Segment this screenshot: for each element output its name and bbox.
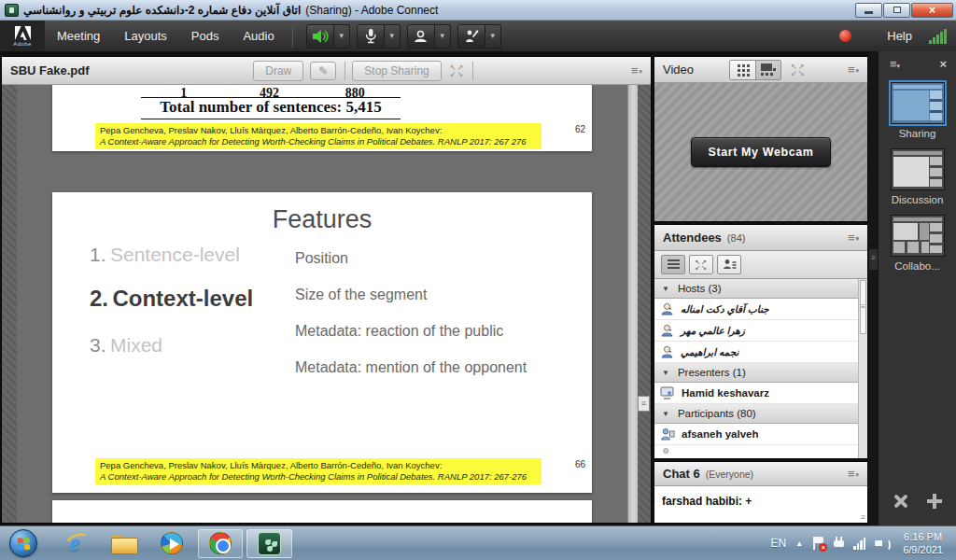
attendee-row-host[interactable]: جناب آقاي دكت امناله: [654, 299, 867, 320]
feature-detail-2: Size of the segment: [295, 287, 427, 303]
presenters-section-header[interactable]: ▼Presenters (1): [654, 363, 867, 383]
action-center-flag-icon[interactable]: ×: [812, 537, 824, 551]
layout-option-collaboration[interactable]: Collabo...: [879, 215, 956, 272]
volume-icon[interactable]: [875, 537, 888, 550]
internet-explorer-button[interactable]: e: [56, 529, 93, 557]
microphone-dropdown[interactable]: ▼: [385, 24, 401, 49]
adobe-connect-taskbar-button[interactable]: [246, 529, 292, 558]
document-scrollbar[interactable]: [627, 85, 638, 523]
attendee-row-participant[interactable]: afsaneh yalveh: [654, 424, 867, 445]
video-pod-menu-icon[interactable]: ≡▾: [848, 63, 859, 76]
attendees-count: (84): [727, 232, 746, 244]
minimize-icon: [865, 11, 873, 14]
share-pod: SBU Fake.pdf Draw ✎ Stop Sharing ↖↗↙↘ ≡▾…: [1, 56, 652, 524]
attendees-pod-title: Attendees: [663, 231, 722, 245]
participant-icon: [660, 446, 674, 457]
attendee-name: جناب آقاي دكت امناله: [681, 303, 769, 315]
collapse-triangle-icon: ▼: [662, 410, 669, 418]
clock-time: 6:16 PM: [903, 530, 943, 543]
feature-detail-4: Metadata: mention of the opponent: [295, 359, 527, 376]
sidebar-splitter[interactable]: ≡: [868, 51, 879, 525]
recording-indicator-icon: [839, 30, 851, 42]
attendee-status-view-button[interactable]: [717, 255, 741, 274]
attendees-pod-menu-icon[interactable]: ≡▾: [848, 231, 859, 244]
webcam-button[interactable]: [407, 24, 435, 49]
restore-button[interactable]: [883, 3, 910, 18]
clock-date: 6/9/2021: [903, 543, 943, 556]
document-margin-right: [638, 85, 651, 523]
attendees-pod-header: Attendees (84) ≡▾: [654, 225, 867, 251]
minimize-button[interactable]: [855, 3, 882, 18]
tray-expand-icon[interactable]: ▲: [795, 539, 803, 548]
share-pod-header: SBU Fake.pdf Draw ✎ Stop Sharing ↖↗↙↘ ≡▾: [2, 57, 651, 85]
menu-item-layouts[interactable]: Layouts: [112, 21, 179, 51]
webcam-dropdown[interactable]: ▼: [435, 24, 451, 49]
attendee-row-clipped[interactable]: [654, 445, 867, 457]
window-title-persian: اتاق آنلاين دفاع شماره 2-دانشكده علوم تر…: [23, 4, 301, 17]
splitter-grip-icon[interactable]: ≡: [869, 249, 878, 270]
chat-resize-grip[interactable]: ≡: [861, 512, 865, 522]
breakout-view-button[interactable]: ↖↗↙↘: [689, 255, 713, 274]
layout-sidebar: ≡▾ × Sharing Discussion Collabo...: [879, 51, 956, 525]
network-signal-icon[interactable]: [853, 538, 865, 550]
grid-icon: [738, 64, 740, 67]
pod-splitter-grip[interactable]: ≡: [638, 396, 650, 412]
menu-item-help[interactable]: Help: [876, 29, 923, 43]
collapse-triangle-icon: ▼: [662, 369, 669, 377]
add-layout-icon[interactable]: [925, 492, 944, 511]
start-button[interactable]: [9, 529, 37, 557]
attendees-scrollbar-thumb[interactable]: ≡: [860, 280, 866, 334]
sharing-layout-thumbnail[interactable]: [891, 82, 945, 124]
taskbar: e EN ▲ × 6:16 PM 6/9/2021: [0, 525, 956, 560]
pointer-tool-button[interactable]: ✎: [310, 62, 336, 80]
pencil-icon: ✎: [318, 64, 328, 77]
video-filmstrip-view-icon[interactable]: [755, 61, 780, 79]
menu-item-meeting[interactable]: Meeting: [45, 21, 112, 51]
set-status-button[interactable]: [457, 24, 485, 49]
language-indicator[interactable]: EN: [771, 537, 787, 550]
menu-item-pods[interactable]: Pods: [179, 21, 232, 51]
chat-pod-header: Chat 6 (Everyone) ≡▾: [654, 462, 867, 486]
citation-line1: Pepa Gencheva, Preslav Nakov, Lluís Màrq…: [100, 125, 537, 136]
attendee-row-host[interactable]: زهرا عالمي مهر: [654, 320, 867, 342]
media-player-button[interactable]: [153, 529, 190, 557]
collaboration-layout-thumbnail[interactable]: [891, 215, 945, 257]
start-my-webcam-button[interactable]: Start My Webcam: [691, 137, 832, 167]
discussion-layout-thumbnail[interactable]: [891, 148, 945, 190]
draw-button[interactable]: Draw: [253, 61, 303, 81]
chat-pod-menu-icon[interactable]: ≡▾: [848, 468, 859, 480]
media-player-icon: [161, 532, 183, 554]
file-explorer-button[interactable]: [105, 529, 142, 557]
chrome-taskbar-button[interactable]: [198, 529, 243, 558]
chrome-icon: [209, 532, 232, 554]
sidebar-close-icon[interactable]: ×: [939, 57, 947, 71]
taskbar-clock[interactable]: 6:16 PM 6/9/2021: [897, 530, 949, 556]
sidebar-menu-icon[interactable]: ≡▾: [890, 58, 900, 70]
speaker-button[interactable]: [306, 24, 334, 49]
filmstrip-icon: [761, 63, 776, 76]
citation-line2: A Context-Aware Approach for Detecting W…: [100, 136, 537, 147]
stop-sharing-button[interactable]: Stop Sharing: [352, 61, 441, 81]
feature-item-1: 1. Sentence-level: [90, 244, 240, 266]
attendees-pod: Attendees (84) ≡▾ ↖↗↙↘ ≡ ▼Hosts (3) جناب…: [654, 224, 868, 459]
layout-tools-icon[interactable]: [891, 492, 909, 511]
share-pod-menu-icon[interactable]: ≡▾: [631, 64, 642, 77]
close-button[interactable]: ×: [911, 3, 953, 18]
layout-option-discussion[interactable]: Discussion: [879, 148, 956, 205]
microphone-button[interactable]: [357, 24, 385, 49]
participants-section-header[interactable]: ▼Participants (80): [654, 404, 867, 424]
fullscreen-icon[interactable]: ↖↗↙↘: [450, 64, 464, 77]
power-plug-icon[interactable]: [834, 537, 844, 550]
video-grid-view-icon[interactable]: [730, 61, 755, 79]
menu-item-audio[interactable]: Audio: [231, 21, 286, 51]
speaker-dropdown[interactable]: ▼: [334, 24, 350, 49]
connection-signal-icon[interactable]: [929, 29, 947, 44]
video-fullscreen-icon[interactable]: ↖↗↙↘: [791, 63, 805, 77]
attendee-row-host[interactable]: نجمه ابراهيمي: [654, 342, 867, 363]
set-status-dropdown[interactable]: ▼: [485, 24, 501, 49]
hosts-section-header[interactable]: ▼Hosts (3): [654, 279, 867, 299]
attendee-list-view-button[interactable]: [661, 255, 685, 274]
attendees-scrollbar[interactable]: ≡: [858, 279, 867, 458]
layout-option-sharing[interactable]: Sharing: [879, 82, 956, 139]
attendee-row-presenter[interactable]: Hamid keshavarz: [654, 383, 867, 404]
